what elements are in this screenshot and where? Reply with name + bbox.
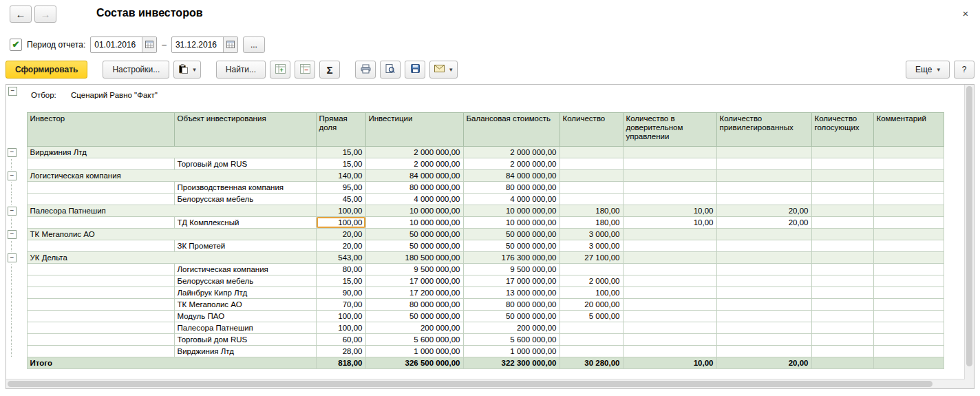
table-cell[interactable] xyxy=(623,334,716,346)
table-cell[interactable] xyxy=(623,229,716,240)
table-cell[interactable] xyxy=(27,217,174,229)
period-checkbox[interactable]: ✔ xyxy=(10,39,22,51)
forward-button[interactable]: → xyxy=(34,6,56,23)
table-cell[interactable]: 70,00 xyxy=(316,299,365,311)
table-cell[interactable] xyxy=(811,299,873,311)
table-cell[interactable] xyxy=(623,147,716,158)
table-cell[interactable]: 5 600 000,00 xyxy=(365,334,463,346)
table-cell[interactable] xyxy=(811,346,873,357)
table-cell[interactable]: 10 000 000,00 xyxy=(365,217,463,229)
table-cell[interactable]: 20 000,00 xyxy=(560,299,623,311)
table-cell[interactable] xyxy=(27,194,174,205)
table-cell[interactable] xyxy=(716,334,811,346)
table-cell[interactable] xyxy=(873,217,944,229)
table-cell[interactable] xyxy=(873,170,944,182)
table-cell[interactable]: 10,00 xyxy=(623,217,716,229)
table-cell[interactable] xyxy=(623,275,716,287)
print-preview-button[interactable] xyxy=(380,61,401,79)
table-cell[interactable]: 10,00 xyxy=(623,205,716,217)
table-cell[interactable]: 20,00 xyxy=(716,217,811,229)
table-cell[interactable]: 322 300 000,00 xyxy=(463,357,560,369)
email-button[interactable]: ▾ xyxy=(429,61,458,79)
table-cell[interactable] xyxy=(873,147,944,158)
table-cell[interactable] xyxy=(873,357,944,369)
table-cell[interactable]: ТК Мегаполис АО xyxy=(27,229,316,240)
table-cell[interactable] xyxy=(811,264,873,275)
table-cell[interactable] xyxy=(873,264,944,275)
table-cell[interactable]: Производственная компания xyxy=(174,182,316,194)
table-cell[interactable]: 13 000 000,00 xyxy=(463,287,560,299)
table-cell[interactable] xyxy=(27,240,174,252)
collapse-group-icon[interactable]: − xyxy=(8,171,17,180)
table-cell[interactable]: Торговый дом RUS xyxy=(174,158,316,170)
table-cell[interactable] xyxy=(811,275,873,287)
table-cell[interactable] xyxy=(873,322,944,334)
column-header[interactable]: Объект инвестирования xyxy=(174,113,316,147)
table-cell[interactable]: 20,00 xyxy=(716,205,811,217)
table-cell[interactable] xyxy=(27,299,174,311)
horizontal-scrollbar[interactable] xyxy=(6,379,965,388)
table-cell[interactable] xyxy=(560,194,623,205)
collapse-groups-button[interactable]: − xyxy=(295,61,315,79)
table-cell[interactable]: 50 000 000,00 xyxy=(365,229,463,240)
find-button[interactable]: Найти... xyxy=(216,61,266,79)
table-cell[interactable] xyxy=(623,158,716,170)
table-cell[interactable] xyxy=(716,229,811,240)
table-cell[interactable] xyxy=(27,322,174,334)
table-cell[interactable]: 180,00 xyxy=(560,217,623,229)
table-cell[interactable] xyxy=(623,287,716,299)
table-cell[interactable]: 20,00 xyxy=(716,357,811,369)
table-cell[interactable]: 10 000 000,00 xyxy=(365,205,463,217)
table-cell[interactable] xyxy=(811,217,873,229)
table-cell[interactable]: 2 000,00 xyxy=(560,275,623,287)
table-cell[interactable] xyxy=(27,182,174,194)
table-cell[interactable] xyxy=(811,287,873,299)
table-cell[interactable] xyxy=(716,147,811,158)
table-cell[interactable] xyxy=(811,194,873,205)
table-cell[interactable]: Вирджиния Лтд xyxy=(174,346,316,357)
column-header[interactable]: Балансовая стоимость xyxy=(463,113,560,147)
table-cell[interactable] xyxy=(716,311,811,322)
table-cell[interactable] xyxy=(716,170,811,182)
column-header[interactable]: Прямая доля xyxy=(316,113,365,147)
table-cell[interactable]: Лайнбрук Кипр Лтд xyxy=(174,287,316,299)
table-cell[interactable]: 15,00 xyxy=(316,158,365,170)
table-cell[interactable] xyxy=(811,205,873,217)
table-cell[interactable]: 10 000 000,00 xyxy=(463,217,560,229)
table-cell[interactable]: 50 000 000,00 xyxy=(463,229,560,240)
settings-button[interactable]: Настройки... xyxy=(103,61,169,79)
table-cell[interactable] xyxy=(811,322,873,334)
table-cell[interactable] xyxy=(623,346,716,357)
collapse-group-icon[interactable]: − xyxy=(8,148,17,157)
table-cell[interactable]: 818,00 xyxy=(316,357,365,369)
table-cell[interactable] xyxy=(560,147,623,158)
table-cell[interactable] xyxy=(623,182,716,194)
column-header[interactable]: Количество xyxy=(560,113,623,147)
table-cell[interactable]: Палесора Патнешип xyxy=(174,322,316,334)
table-cell[interactable]: 10,00 xyxy=(623,357,716,369)
table-cell[interactable]: 20,00 xyxy=(316,229,365,240)
table-cell[interactable]: 1 000 000,00 xyxy=(463,346,560,357)
table-cell[interactable] xyxy=(873,182,944,194)
print-button[interactable] xyxy=(355,61,376,79)
table-cell[interactable]: Вирджиния Лтд xyxy=(27,147,316,158)
table-cell[interactable]: 84 000 000,00 xyxy=(463,170,560,182)
collapse-group-icon[interactable]: − xyxy=(8,207,17,216)
help-button[interactable]: ? xyxy=(954,61,974,79)
table-cell[interactable] xyxy=(873,240,944,252)
expand-groups-button[interactable]: + xyxy=(270,61,290,79)
table-cell[interactable]: 45,00 xyxy=(316,194,365,205)
table-cell[interactable] xyxy=(811,158,873,170)
table-cell[interactable]: 15,00 xyxy=(316,147,365,158)
table-cell[interactable] xyxy=(811,240,873,252)
table-cell[interactable]: 100,00 xyxy=(560,287,623,299)
table-cell[interactable] xyxy=(623,194,716,205)
table-cell[interactable] xyxy=(873,205,944,217)
table-cell[interactable] xyxy=(27,346,174,357)
column-header[interactable]: Количество в доверительном управлении xyxy=(623,113,716,147)
sum-button[interactable]: Σ xyxy=(319,61,340,79)
table-cell[interactable]: 200 000,00 xyxy=(463,322,560,334)
table-cell[interactable]: 100,00 xyxy=(316,311,365,322)
table-cell[interactable] xyxy=(27,311,174,322)
table-cell[interactable] xyxy=(623,252,716,264)
